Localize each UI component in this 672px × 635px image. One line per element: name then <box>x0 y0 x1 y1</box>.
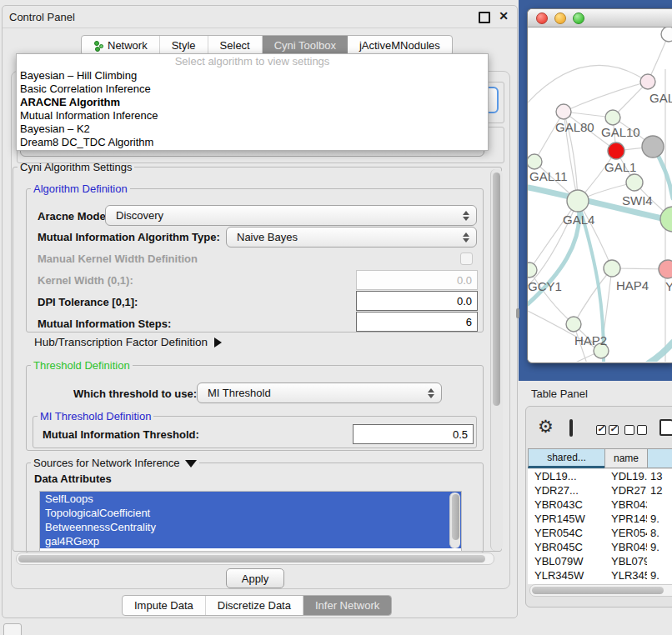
attribute-list-item[interactable]: BetweennessCentrality <box>40 520 461 534</box>
data-attributes-label: Data Attributes <box>34 472 112 485</box>
cyni-settings-legend: Cyni Algorithm Settings <box>18 161 134 173</box>
show-columns-icon[interactable] <box>596 422 621 437</box>
tab-label: Style <box>172 39 196 52</box>
algorithm-option[interactable]: Bayesian – K2 <box>17 122 488 136</box>
tab-style[interactable]: Style <box>160 36 208 55</box>
control-panel-titlebar: Control Panel ✕ <box>3 6 517 28</box>
sources-legend[interactable]: Sources for Network Inference <box>31 457 199 469</box>
table-row[interactable]: YLR345WYLR345W9. <box>528 568 672 582</box>
table-row[interactable]: YBL079WYBL079W <box>528 554 672 568</box>
node-gcy1[interactable] <box>528 262 537 278</box>
table-row[interactable]: YER054CYER054C8. <box>528 526 672 540</box>
column-header-next[interactable] <box>647 448 672 468</box>
attribute-list-item[interactable]: SelfLoops <box>40 492 461 506</box>
stepper-arrows-icon <box>463 232 469 242</box>
table-row[interactable]: YPR145WYPR145W9. <box>528 512 672 526</box>
table-row[interactable]: YDL19...YDL19...13 <box>528 469 672 483</box>
network-view-window[interactable]: GALGAL80GAL10GAL1GAL11SWI4GAL4GCY1HAP4YH… <box>527 8 672 363</box>
gear-icon[interactable]: ⚙ <box>538 417 554 437</box>
algorithm-option[interactable]: Bayesian – Hill Climbing <box>17 69 488 82</box>
column-layout-icon[interactable] <box>569 419 573 437</box>
mi-steps-value: 6 <box>466 316 472 328</box>
network-canvas[interactable]: GALGAL80GAL10GAL1GAL11SWI4GAL4GCY1HAP4YH… <box>528 28 672 362</box>
table-horizontal-scrollbar[interactable] <box>529 584 672 597</box>
dpi-tolerance-field[interactable]: 0.0 <box>356 291 478 311</box>
close-traffic-light-icon[interactable] <box>536 12 548 24</box>
table-cell: YBR043C <box>528 498 604 512</box>
table-body[interactable]: YDL19...YDL19...13YDR27...YDR27...12YBR0… <box>528 469 672 584</box>
attributes-list-scrollbar[interactable] <box>449 492 460 548</box>
mi-threshold-label: Mutual Information Threshold: <box>43 428 199 441</box>
manual-kernel-checkbox[interactable] <box>460 252 473 265</box>
tab-network[interactable]: Network <box>82 36 160 55</box>
node-gal10[interactable] <box>605 110 620 125</box>
zoom-traffic-light-icon[interactable] <box>573 12 584 24</box>
dpi-tolerance-value: 0.0 <box>457 295 472 308</box>
aracne-mode-label: Aracne Mode: <box>38 210 109 222</box>
column-header-shared-name[interactable]: shared... <box>528 448 604 468</box>
settings-horizontal-scrollbar[interactable] <box>16 552 494 565</box>
table-cell: YBL079W <box>604 554 647 568</box>
node-gal11[interactable] <box>528 154 542 169</box>
hide-columns-icon[interactable] <box>624 422 649 437</box>
table-row[interactable]: YBR043CYBR043C <box>528 498 672 512</box>
kernel-width-field[interactable]: 0.0 <box>356 270 478 290</box>
aracne-mode-combobox[interactable]: Discovery <box>105 205 477 226</box>
node-gray[interactable] <box>642 136 664 158</box>
mi-threshold-field[interactable]: 0.5 <box>353 424 474 444</box>
minimize-traffic-light-icon[interactable] <box>554 12 566 24</box>
which-threshold-value: MI Threshold <box>208 387 271 399</box>
mi-steps-field[interactable]: 6 <box>356 312 478 332</box>
node-red[interactable] <box>608 142 624 159</box>
tab-infer-network[interactable]: Infer Network <box>303 596 391 615</box>
node-hap4[interactable] <box>604 260 620 277</box>
apply-button-label: Apply <box>242 572 269 585</box>
split-pane-divider[interactable] <box>516 308 519 318</box>
network-window-titlebar[interactable] <box>528 9 672 28</box>
mi-type-combobox[interactable]: Naive Bayes <box>226 227 477 248</box>
expanded-arrow-icon <box>185 460 197 468</box>
algorithm-option[interactable]: Dream8 DC_TDC Algorithm <box>17 136 488 149</box>
node-swi4[interactable] <box>626 174 643 191</box>
float-window-icon[interactable] <box>479 12 490 23</box>
tab-label: jActiveMNodules <box>359 39 440 52</box>
attribute-list-item[interactable]: gal4RGexp <box>40 534 461 548</box>
threshold-definition-legend: Threshold Definition <box>31 359 133 372</box>
hub-definition-toggle[interactable]: Hub/Transcription Factor Definition <box>34 336 222 348</box>
table-row[interactable]: YDR27...YDR27...12 <box>528 483 672 498</box>
node-top[interactable] <box>661 28 672 42</box>
mi-threshold-value: 0.5 <box>453 428 468 441</box>
algorithm-dropdown-placeholder: Select algorithm to view settings <box>17 54 488 69</box>
close-icon[interactable]: ✕ <box>499 9 509 22</box>
column-header-name[interactable]: name <box>604 448 647 468</box>
network-edge <box>564 82 648 112</box>
table-row[interactable]: YBR045CYBR045C9. <box>528 540 672 554</box>
network-node-label: GAL10 <box>601 125 640 139</box>
node-gal-pink[interactable] <box>640 74 655 89</box>
data-attributes-list[interactable]: SelfLoopsTopologicalCoefficientBetweenne… <box>39 491 462 552</box>
node-gal80[interactable] <box>556 104 571 119</box>
algorithm-option[interactable]: Basic Correlation Inference <box>17 82 488 96</box>
control-panel-title: Control Panel <box>9 11 75 23</box>
network-node-label: GAL4 <box>563 212 594 227</box>
algorithm-option[interactable]: ARACNE Algorithm <box>17 96 488 109</box>
tab-impute-data[interactable]: Impute Data <box>123 596 206 615</box>
stepper-arrows-icon <box>463 211 469 221</box>
tab-cyni-toolbox[interactable]: Cyni Toolbox <box>263 36 348 55</box>
node-hap2[interactable] <box>566 317 581 332</box>
node-salmon[interactable] <box>659 260 672 278</box>
network-node-label: SWI4 <box>622 193 653 208</box>
apply-button[interactable]: Apply <box>226 568 284 588</box>
table-cell: 9. <box>647 540 672 554</box>
table-cell <box>647 554 672 568</box>
algorithm-option[interactable]: Mutual Information Inference <box>17 109 488 122</box>
tab-jactivemnodules[interactable]: jActiveMNodules <box>348 36 452 55</box>
minimized-panel-icon[interactable] <box>3 623 22 635</box>
attribute-list-item[interactable]: TopologicalCoefficient <box>40 506 461 520</box>
node-gal4[interactable] <box>567 190 589 212</box>
which-threshold-combobox[interactable]: MI Threshold <box>197 382 442 403</box>
settings-vertical-scrollbar[interactable] <box>490 169 503 551</box>
tab-select[interactable]: Select <box>208 36 263 55</box>
export-table-icon[interactable] <box>659 419 672 436</box>
tab-discretize-data[interactable]: Discretize Data <box>206 596 303 615</box>
